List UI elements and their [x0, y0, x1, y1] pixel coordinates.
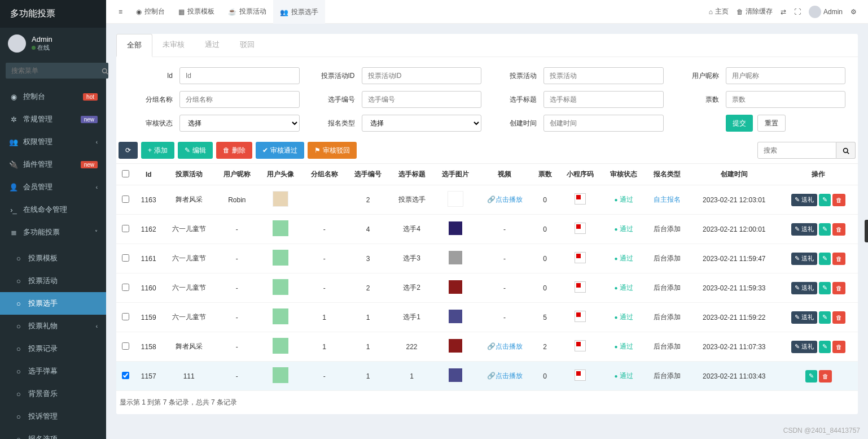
- input-title[interactable]: [543, 91, 664, 108]
- gift-button[interactable]: ✎送礼: [791, 311, 817, 324]
- row-delete-button[interactable]: 🗑: [832, 282, 845, 294]
- reset-button[interactable]: 重置: [757, 115, 786, 132]
- side-handle[interactable]: [865, 220, 868, 242]
- gift-button[interactable]: ✎送礼: [791, 253, 817, 265]
- tab-驳回[interactable]: 驳回: [230, 34, 265, 56]
- sidebar-sub-选手弹幕[interactable]: ○选手弹幕: [0, 360, 106, 383]
- topnav-投票模板[interactable]: ▦投票模板: [172, 0, 221, 24]
- qrcode-icon[interactable]: [575, 193, 586, 205]
- input-votes[interactable]: [726, 91, 846, 108]
- cell-activity: 六一儿童节: [163, 244, 215, 273]
- row-delete-button[interactable]: 🗑: [832, 341, 845, 353]
- edit-button[interactable]: ✎编辑: [178, 142, 213, 159]
- row-delete-button[interactable]: 🗑: [832, 311, 845, 324]
- sidebar-sub-投票礼物[interactable]: ○投票礼物‹: [0, 315, 106, 337]
- dashboard-icon: ◉: [8, 93, 19, 101]
- gift-button[interactable]: ✎送礼: [791, 223, 817, 236]
- table-search-input[interactable]: [757, 142, 836, 159]
- topnav-控制台[interactable]: ◉控制台: [129, 0, 172, 24]
- input-nickname[interactable]: [726, 67, 846, 84]
- sidebar-sub-投票选手[interactable]: ○投票选手: [0, 292, 106, 315]
- select-all-checkbox[interactable]: [122, 170, 129, 177]
- sidebar-item-权限管理[interactable]: 👥权限管理‹: [0, 131, 106, 153]
- tab-通过[interactable]: 通过: [195, 34, 230, 56]
- submit-button[interactable]: 提交: [726, 115, 753, 132]
- home-link[interactable]: ⌂主页: [709, 7, 729, 16]
- delete-button[interactable]: 🗑删除: [216, 142, 252, 159]
- select-audit[interactable]: 选择: [179, 115, 300, 132]
- add-button[interactable]: +添加: [141, 142, 174, 159]
- topnav-投票活动[interactable]: ☕投票活动: [221, 0, 273, 24]
- cell-activity: 舞者风采: [163, 332, 215, 362]
- qrcode-icon[interactable]: [575, 281, 586, 293]
- sidebar-item-在线命令管理[interactable]: ›_在线命令管理: [0, 198, 106, 221]
- refresh-button[interactable]: ⟳: [119, 142, 138, 159]
- row-checkbox[interactable]: [122, 342, 129, 350]
- cell-signup: 后台添加: [646, 273, 689, 303]
- row-checkbox[interactable]: [122, 372, 129, 379]
- row-edit-button[interactable]: ✎: [805, 370, 817, 383]
- row-delete-button[interactable]: 🗑: [832, 194, 845, 206]
- topbar-user[interactable]: Admin: [809, 6, 843, 18]
- video-link[interactable]: 🔗点击播放: [487, 342, 523, 350]
- tab-未审核[interactable]: 未审核: [152, 34, 195, 56]
- approve-button[interactable]: ✔审核通过: [256, 142, 304, 159]
- row-checkbox[interactable]: [122, 195, 129, 203]
- col-header[interactable]: [116, 164, 134, 185]
- video-link[interactable]: 🔗点击播放: [487, 372, 523, 380]
- row-checkbox[interactable]: [122, 284, 129, 291]
- row-edit-button[interactable]: ✎: [819, 282, 831, 294]
- qrcode-icon[interactable]: [575, 370, 586, 381]
- fullscreen-toggle[interactable]: ⛶: [794, 8, 801, 16]
- gift-button[interactable]: ✎送礼: [791, 282, 817, 294]
- sidebar-sub-报名选项[interactable]: ○报名选项: [0, 428, 106, 439]
- sidebar-item-会员管理[interactable]: 👤会员管理‹: [0, 176, 106, 198]
- lang-toggle[interactable]: ⇄: [781, 8, 786, 16]
- sidebar-sub-投票记录[interactable]: ○投票记录: [0, 337, 106, 360]
- qrcode-icon[interactable]: [575, 311, 586, 322]
- qrcode-icon[interactable]: [575, 340, 586, 351]
- gift-button[interactable]: ✎送礼: [791, 341, 817, 353]
- sidebar-item-多功能投票[interactable]: ≣多功能投票˅: [0, 221, 106, 244]
- row-checkbox[interactable]: [122, 225, 129, 232]
- user-icon: 👤: [8, 183, 19, 192]
- menu-toggle[interactable]: ≡: [112, 0, 129, 24]
- sidebar-sub-投诉管理[interactable]: ○投诉管理: [0, 405, 106, 428]
- table-search-button[interactable]: [836, 142, 856, 159]
- input-activity-id[interactable]: [362, 67, 482, 84]
- input-group[interactable]: [179, 91, 300, 108]
- qrcode-icon[interactable]: [575, 252, 586, 263]
- sidebar-sub-背景音乐[interactable]: ○背景音乐: [0, 383, 106, 405]
- row-edit-button[interactable]: ✎: [819, 253, 831, 265]
- row-checkbox[interactable]: [122, 254, 129, 262]
- row-delete-button[interactable]: 🗑: [819, 370, 832, 383]
- row-edit-button[interactable]: ✎: [819, 194, 831, 206]
- sidebar-item-控制台[interactable]: ◉控制台hot: [0, 85, 106, 108]
- tab-全部[interactable]: 全部: [116, 34, 152, 57]
- input-createtime[interactable]: [543, 115, 664, 132]
- sidebar-sub-投票模板[interactable]: ○投票模板: [0, 247, 106, 270]
- cell-title: 222: [390, 332, 433, 362]
- video-link[interactable]: 🔗点击播放: [487, 195, 523, 203]
- row-delete-button[interactable]: 🗑: [832, 253, 845, 265]
- gift-button[interactable]: ✎送礼: [791, 194, 817, 206]
- row-delete-button[interactable]: 🗑: [832, 223, 845, 236]
- row-checkbox[interactable]: [122, 313, 129, 320]
- sidebar-item-常规管理[interactable]: ✲常规管理new: [0, 108, 106, 131]
- input-activity[interactable]: [543, 67, 664, 84]
- sidebar-sub-投票活动[interactable]: ○投票活动: [0, 270, 106, 292]
- row-edit-button[interactable]: ✎: [819, 341, 831, 353]
- row-edit-button[interactable]: ✎: [819, 311, 831, 324]
- sidebar-item-label: 投票模板: [28, 253, 58, 263]
- input-number[interactable]: [362, 91, 482, 108]
- clear-cache-link[interactable]: 🗑清除缓存: [737, 7, 773, 16]
- select-signup[interactable]: 选择: [362, 115, 482, 132]
- reject-button[interactable]: ⚑审核驳回: [308, 142, 357, 159]
- sidebar-search-input[interactable]: [6, 63, 102, 79]
- input-id[interactable]: [179, 67, 300, 84]
- row-edit-button[interactable]: ✎: [819, 223, 831, 236]
- sidebar-item-插件管理[interactable]: 🔌插件管理new: [0, 153, 106, 176]
- qrcode-icon[interactable]: [575, 223, 586, 234]
- settings-toggle[interactable]: ⚙: [851, 8, 857, 16]
- topnav-投票选手[interactable]: 👥投票选手: [273, 0, 325, 24]
